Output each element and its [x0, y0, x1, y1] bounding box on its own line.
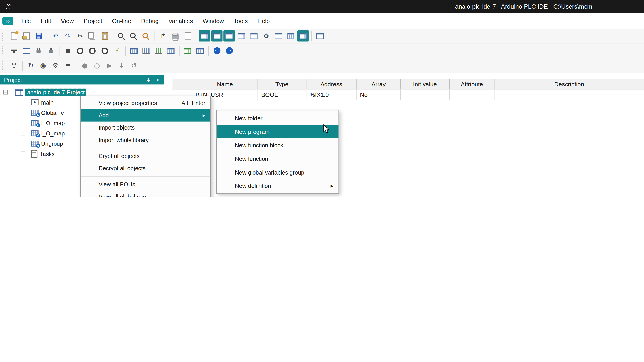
debug-options-button[interactable]: ⚙: [50, 60, 61, 71]
menu-item-new-folder[interactable]: New folder: [217, 111, 338, 125]
cell-array[interactable]: No: [357, 89, 401, 100]
grid-header-attribute[interactable]: Attribute: [450, 79, 495, 89]
crossref-window-button[interactable]: [273, 30, 284, 41]
connect-device-button[interactable]: [20, 45, 32, 56]
record-button[interactable]: ●: [79, 60, 90, 71]
menu-tools[interactable]: Tools: [229, 15, 252, 26]
plug-button[interactable]: [33, 45, 44, 56]
compile-button[interactable]: [8, 45, 20, 56]
menu-item-view-all-global-vars[interactable]: View all global vars: [80, 190, 210, 197]
menu-help[interactable]: Help: [253, 15, 275, 26]
copy-button[interactable]: [87, 30, 98, 41]
menu-item-new-function-block[interactable]: New function block: [217, 138, 338, 152]
cut-button[interactable]: ✂: [74, 30, 86, 41]
tree-label-main[interactable]: main: [41, 99, 54, 106]
menu-item-new-definition[interactable]: New definition ▶: [217, 179, 338, 193]
tree-label-ungrouped-vars[interactable]: Ungroup: [41, 140, 63, 147]
find-button[interactable]: [116, 30, 127, 41]
new-document-button[interactable]: [8, 30, 20, 41]
tree-label-global-vars[interactable]: Global_v: [41, 109, 64, 116]
stop-button[interactable]: ■: [62, 45, 73, 56]
breakpoint-button[interactable]: ○: [91, 60, 103, 71]
tree-label-tasks[interactable]: Tasks: [40, 150, 54, 157]
simulation-button[interactable]: [8, 60, 20, 71]
options-window-button[interactable]: ⚙: [260, 30, 272, 41]
menu-variables[interactable]: Variables: [164, 15, 198, 26]
close-panel-icon[interactable]: ×: [157, 77, 160, 83]
menu-item-new-function[interactable]: New function: [217, 152, 338, 166]
oscilloscope-button[interactable]: [140, 45, 152, 56]
menu-item-import-objects[interactable]: Import objects: [80, 122, 210, 134]
cell-address[interactable]: %IX1.0: [306, 89, 357, 100]
navigate-forward-button[interactable]: →: [224, 45, 235, 56]
target-3-button[interactable]: [99, 45, 110, 56]
cell-description[interactable]: [495, 89, 644, 100]
run-button[interactable]: ▶: [104, 60, 115, 71]
pou-window-button[interactable]: [298, 30, 309, 41]
logic-analyzer-button[interactable]: [153, 45, 164, 56]
library-window-button[interactable]: [236, 30, 247, 41]
pin-icon[interactable]: [147, 77, 151, 82]
grid-header-array[interactable]: Array: [357, 79, 401, 89]
expand-icon[interactable]: +: [21, 121, 26, 125]
halt-target-button[interactable]: ◉: [37, 60, 49, 71]
call-stack-button[interactable]: ≡: [62, 60, 73, 71]
restart-target-button[interactable]: ↻: [25, 60, 36, 71]
watch-window-button[interactable]: [224, 30, 235, 41]
target-2-button[interactable]: [87, 45, 98, 56]
cell-type[interactable]: BOOL: [258, 89, 306, 100]
menu-item-add[interactable]: Add ▶: [80, 109, 210, 122]
grid-header-name[interactable]: Name: [192, 79, 258, 89]
socket-button[interactable]: [45, 45, 56, 56]
async-graph-button[interactable]: [165, 45, 176, 56]
project-window-button[interactable]: [199, 30, 210, 41]
expand-icon[interactable]: +: [21, 131, 26, 135]
go-online-button[interactable]: ⚡: [111, 45, 123, 56]
step-into-button[interactable]: ↓: [116, 60, 127, 71]
tree-label-io-map-1[interactable]: I_O_map: [41, 120, 65, 126]
menu-view[interactable]: View: [56, 15, 78, 26]
navigate-back-button[interactable]: ←: [211, 45, 222, 56]
find-next-button[interactable]: [128, 30, 140, 41]
menu-item-crypt-all-objects[interactable]: Crypt all objects: [80, 150, 210, 162]
find-in-project-button[interactable]: [140, 30, 152, 41]
grid-header-description[interactable]: Description: [494, 79, 644, 89]
grid-header-type[interactable]: Type: [258, 79, 306, 89]
menu-debug[interactable]: Debug: [136, 15, 164, 26]
expand-icon[interactable]: +: [21, 151, 26, 156]
collapse-icon[interactable]: −: [3, 90, 8, 94]
menu-item-view-all-pous[interactable]: View all POUs: [80, 178, 210, 190]
menu-window[interactable]: Window: [198, 15, 229, 26]
menu-item-decrypt-all-objects[interactable]: Decrypt all objects: [80, 162, 210, 175]
grid-view-button[interactable]: [194, 45, 206, 56]
undo-button[interactable]: ↶: [50, 30, 61, 41]
live-watch-button[interactable]: [182, 45, 194, 56]
menu-item-new-program[interactable]: New program: [217, 125, 338, 138]
tree-label-io-map-2[interactable]: I_O_map: [41, 130, 65, 136]
menu-project[interactable]: Project: [79, 15, 107, 26]
menu-file[interactable]: File: [16, 15, 36, 26]
paste-button[interactable]: [99, 30, 110, 41]
watch-table-button[interactable]: [128, 45, 140, 56]
menu-item-view-project-properties[interactable]: View project properties Alt+Enter: [80, 97, 210, 109]
tree-label-project[interactable]: analo-plc-ide-7 Project: [26, 88, 86, 96]
goto-symbol-button[interactable]: ↱: [157, 30, 168, 41]
grid-row[interactable]: BTN_USR BOOL %IX1.0 No ----: [172, 89, 644, 100]
output-window-button[interactable]: [211, 30, 222, 41]
monitor-window-button[interactable]: [248, 30, 260, 41]
step-loop-button[interactable]: ↺: [128, 60, 140, 71]
target-1-button[interactable]: [74, 45, 86, 56]
menu-edit[interactable]: Edit: [36, 15, 56, 26]
print-preview-button[interactable]: [182, 30, 194, 41]
cell-init-value[interactable]: [401, 89, 450, 100]
schema-window-button[interactable]: [285, 30, 296, 41]
menu-online[interactable]: On-line: [107, 15, 136, 26]
redo-button[interactable]: ↷: [62, 30, 73, 41]
grid-header-address[interactable]: Address: [306, 79, 357, 89]
open-document-button[interactable]: [20, 30, 32, 41]
cell-attribute[interactable]: ----: [450, 89, 495, 100]
reset-layout-button[interactable]: [314, 30, 326, 41]
grid-header-init-value[interactable]: Init value: [401, 79, 450, 89]
menu-item-new-global-variables-group[interactable]: New global variables group: [217, 165, 338, 179]
save-button[interactable]: [33, 30, 44, 41]
